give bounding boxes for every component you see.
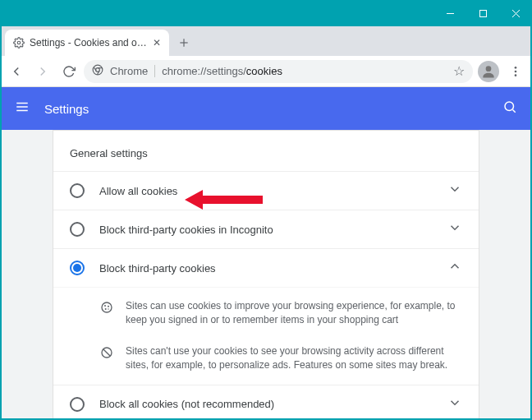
gear-icon bbox=[13, 37, 25, 48]
svg-line-27 bbox=[103, 348, 111, 356]
block-icon bbox=[99, 344, 114, 373]
settings-title: Settings bbox=[44, 102, 502, 116]
maximize-button[interactable] bbox=[466, 0, 499, 26]
forward-button[interactable] bbox=[31, 60, 54, 83]
radio-allow-all[interactable]: Allow all cookies bbox=[53, 171, 479, 210]
svg-point-22 bbox=[104, 305, 106, 307]
minimize-button[interactable] bbox=[433, 0, 466, 26]
detail-text: Sites can use cookies to improve your br… bbox=[126, 299, 462, 328]
svg-point-24 bbox=[105, 308, 107, 310]
chevron-up-icon bbox=[447, 259, 462, 277]
settings-header: Settings bbox=[0, 87, 532, 130]
chevron-down-icon bbox=[447, 220, 462, 238]
svg-point-21 bbox=[102, 302, 112, 312]
reload-button[interactable] bbox=[57, 60, 80, 83]
window-titlebar bbox=[0, 0, 532, 26]
radio-icon bbox=[70, 183, 85, 198]
detail-row: Sites can't use your cookies to see your… bbox=[99, 336, 462, 381]
profile-avatar[interactable] bbox=[478, 61, 499, 82]
tab-title: Settings - Cookies and other site bbox=[30, 37, 148, 48]
svg-point-13 bbox=[515, 67, 517, 69]
omnibox-scheme: Chrome bbox=[110, 65, 155, 77]
tab-close-icon[interactable]: ✕ bbox=[153, 37, 161, 48]
svg-point-4 bbox=[17, 41, 21, 44]
radio-icon bbox=[70, 397, 85, 412]
chrome-info-icon bbox=[92, 64, 103, 79]
settings-card: General settings Allow all cookies Block… bbox=[53, 130, 479, 418]
svg-point-15 bbox=[515, 74, 517, 76]
scroll-area[interactable]: General settings Allow all cookies Block… bbox=[2, 130, 530, 418]
detail-text: Sites can't use your cookies to see your… bbox=[126, 344, 462, 373]
detail-row: Sites can use cookies to improve your br… bbox=[99, 291, 462, 336]
svg-rect-1 bbox=[479, 10, 486, 16]
browser-toolbar: Chrome chrome://settings/cookies ☆ bbox=[0, 56, 532, 87]
svg-point-23 bbox=[108, 306, 109, 307]
bookmark-star-icon[interactable]: ☆ bbox=[453, 63, 465, 79]
radio-block-all[interactable]: Block all cookies (not recommended) bbox=[53, 385, 479, 418]
radio-label: Block third-party cookies bbox=[99, 262, 447, 275]
address-bar[interactable]: Chrome chrome://settings/cookies ☆ bbox=[84, 60, 473, 83]
back-button[interactable] bbox=[5, 60, 28, 83]
chevron-down-icon bbox=[447, 182, 462, 200]
radio-block-third-party[interactable]: Block third-party cookies bbox=[53, 248, 479, 287]
radio-label: Block third-party cookies in Incognito bbox=[99, 224, 447, 236]
tab-settings[interactable]: Settings - Cookies and other site ✕ bbox=[5, 30, 169, 56]
content-viewport: General settings Allow all cookies Block… bbox=[2, 130, 530, 418]
tab-strip: Settings - Cookies and other site ✕ bbox=[0, 26, 532, 56]
new-tab-button[interactable] bbox=[172, 31, 195, 54]
search-icon[interactable] bbox=[502, 99, 517, 118]
svg-point-25 bbox=[108, 308, 108, 309]
cookie-icon bbox=[99, 299, 114, 328]
radio-detail: Sites can use cookies to improve your br… bbox=[53, 287, 479, 385]
radio-label: Allow all cookies bbox=[99, 185, 447, 197]
svg-point-19 bbox=[505, 102, 514, 111]
radio-icon bbox=[70, 261, 85, 275]
kebab-menu-icon[interactable] bbox=[504, 60, 527, 83]
svg-point-14 bbox=[515, 70, 517, 72]
close-button[interactable] bbox=[499, 0, 532, 26]
radio-label: Block all cookies (not recommended) bbox=[99, 398, 447, 410]
radio-block-incognito[interactable]: Block third-party cookies in Incognito bbox=[53, 210, 479, 248]
chevron-down-icon bbox=[447, 395, 462, 413]
omnibox-url: chrome://settings/cookies bbox=[162, 65, 447, 77]
radio-icon bbox=[70, 222, 85, 237]
hamburger-icon[interactable] bbox=[15, 99, 30, 118]
svg-point-12 bbox=[486, 66, 492, 72]
svg-line-20 bbox=[512, 109, 515, 112]
section-title: General settings bbox=[53, 144, 479, 171]
